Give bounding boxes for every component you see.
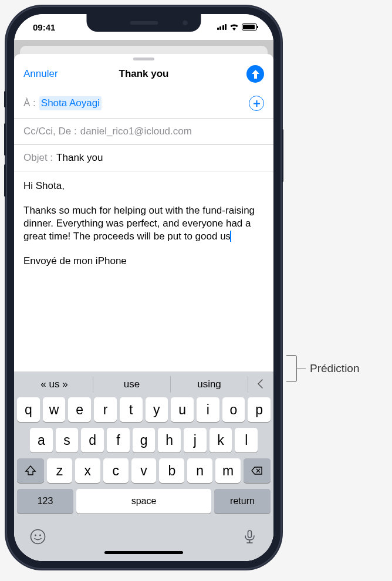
plus-icon [253, 100, 261, 107]
arrow-up-icon [252, 70, 259, 79]
volume-up-button [4, 123, 6, 156]
key-h[interactable]: h [158, 428, 181, 452]
prediction-1[interactable]: « us » [16, 376, 93, 393]
key-i[interactable]: i [197, 397, 219, 422]
status-indicators [217, 23, 258, 31]
key-r[interactable]: r [94, 397, 117, 422]
compose-sheet: Annuler Thank you À : Shota Aoyagi Cc/Cc… [14, 54, 273, 561]
prediction-2[interactable]: use [93, 376, 171, 393]
subject-value: Thank you [56, 152, 103, 164]
cc-bcc-from-field[interactable]: Cc/Cci, De : daniel_rico1@icloud.com [14, 119, 273, 145]
key-z[interactable]: z [47, 458, 72, 483]
key-b[interactable]: b [159, 458, 184, 483]
key-j[interactable]: j [184, 428, 207, 452]
svg-point-1 [35, 535, 36, 536]
front-camera [183, 20, 188, 26]
callout-label: Prédiction [310, 362, 360, 375]
key-c[interactable]: c [103, 458, 129, 483]
key-t[interactable]: t [120, 397, 143, 422]
status-time: 09:41 [33, 22, 55, 32]
key-w[interactable]: w [43, 397, 66, 422]
return-key[interactable]: return [214, 489, 271, 514]
keyboard-bottom-row [16, 519, 272, 548]
key-l[interactable]: l [235, 428, 258, 452]
battery-icon [242, 23, 257, 31]
svg-point-2 [39, 535, 41, 536]
cellular-signal-icon [217, 24, 227, 30]
text-cursor [230, 231, 231, 242]
to-field[interactable]: À : Shota Aoyagi [14, 89, 273, 119]
key-o[interactable]: o [222, 397, 245, 422]
subject-label: Objet : [23, 152, 53, 164]
key-row-3: z x c v b n m [16, 458, 272, 483]
cancel-button[interactable]: Annuler [23, 68, 58, 80]
dictation-key-icon[interactable] [242, 529, 258, 545]
cc-label: Cc/Cci, De : [23, 126, 77, 137]
chevron-left-icon [257, 379, 263, 389]
wifi-icon [229, 23, 239, 31]
phone-frame: 09:41 Annuler Thank you À : Shota Aoyagi [6, 6, 282, 569]
svg-rect-3 [248, 531, 252, 538]
key-v[interactable]: v [131, 458, 157, 483]
home-indicator[interactable] [104, 551, 183, 554]
key-row-1: q w e r t y u i o p [16, 397, 272, 422]
volume-down-button [4, 164, 6, 197]
key-d[interactable]: d [81, 428, 104, 452]
callout-bracket [286, 355, 297, 382]
key-x[interactable]: x [75, 458, 100, 483]
key-y[interactable]: y [146, 397, 168, 422]
speaker-grille [130, 21, 158, 25]
key-e[interactable]: e [68, 397, 91, 422]
send-button[interactable] [246, 65, 264, 83]
mute-switch [4, 91, 6, 107]
key-f[interactable]: f [107, 428, 130, 452]
key-u[interactable]: u [171, 397, 194, 422]
keyboard: « us » use using q w e r t y u i o [14, 371, 273, 561]
key-s[interactable]: s [56, 428, 79, 452]
nav-title: Thank you [119, 68, 168, 80]
key-row-4: 123 space return [16, 489, 272, 514]
shift-key[interactable] [17, 458, 44, 483]
subject-field[interactable]: Objet : Thank you [14, 145, 273, 171]
callout-annotation: Prédiction [286, 355, 360, 382]
notch [87, 14, 201, 32]
add-recipient-button[interactable] [249, 96, 264, 111]
key-k[interactable]: k [209, 428, 232, 452]
key-p[interactable]: p [248, 397, 271, 422]
body-paragraph: Thanks so much for helping out with the … [23, 204, 264, 243]
collapse-predictions-button[interactable] [248, 378, 272, 391]
screen: 09:41 Annuler Thank you À : Shota Aoyagi [14, 14, 273, 561]
backspace-icon [251, 465, 263, 477]
numbers-key[interactable]: 123 [17, 489, 73, 514]
key-m[interactable]: m [215, 458, 241, 483]
key-q[interactable]: q [17, 397, 40, 422]
emoji-key-icon[interactable] [30, 529, 46, 545]
prediction-3[interactable]: using [171, 376, 248, 393]
key-row-2: a s d f g h j k l [16, 428, 272, 452]
key-g[interactable]: g [133, 428, 156, 452]
from-value: daniel_rico1@icloud.com [80, 126, 192, 137]
delete-key[interactable] [244, 458, 271, 483]
body-signature: Envoyé de mon iPhone [23, 255, 264, 268]
key-n[interactable]: n [187, 458, 212, 483]
recipient-chip[interactable]: Shota Aoyagi [39, 96, 102, 110]
body-greeting: Hi Shota, [23, 180, 264, 192]
to-label: À : [23, 97, 36, 109]
svg-point-0 [31, 530, 45, 544]
message-body[interactable]: Hi Shota, Thanks so much for helping out… [14, 171, 273, 371]
shift-icon [25, 465, 36, 477]
prediction-bar: « us » use using [16, 371, 272, 397]
space-key[interactable]: space [76, 489, 211, 514]
side-button [282, 129, 283, 182]
key-a[interactable]: a [30, 428, 53, 452]
nav-bar: Annuler Thank you [14, 60, 273, 89]
